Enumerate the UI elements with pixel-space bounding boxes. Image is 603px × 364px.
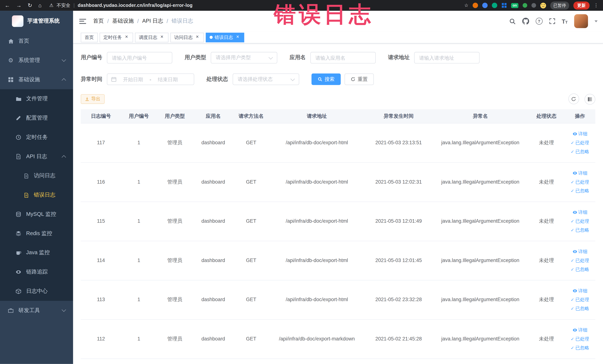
detail-link[interactable]: 详细 xyxy=(572,209,587,216)
sidebar-item-home[interactable]: 首页 xyxy=(0,32,73,51)
search-icon[interactable] xyxy=(509,18,515,24)
sidebar-item-tracing[interactable]: 链路追踪 xyxy=(0,262,73,282)
start-date-input[interactable] xyxy=(119,76,147,82)
cell-exception-time: 2021-05-02 21:45:28 xyxy=(365,335,432,342)
close-icon[interactable]: × xyxy=(124,35,129,40)
sidebar-item-java-monitor[interactable]: Java 监控 xyxy=(0,243,73,262)
cell-exception-name: java.lang.IllegalArgumentException xyxy=(432,178,529,186)
mark-ignored-link[interactable]: ✓ 已忽略 xyxy=(570,266,589,273)
cell-exception-name: java.lang.IllegalArgumentException xyxy=(432,296,529,303)
mark-ignored-link[interactable]: ✓ 已忽略 xyxy=(570,344,589,351)
refresh-button[interactable] xyxy=(568,94,579,104)
cell-actions: 详细 ✓ 已处理 ✓ 已忽略 xyxy=(565,209,595,234)
detail-link[interactable]: 详细 xyxy=(572,170,587,176)
cell-user-type: 管理员 xyxy=(156,335,193,342)
detail-link[interactable]: 详细 xyxy=(572,287,587,294)
cell-exception-time: 2021-05-03 12:01:49 xyxy=(365,218,432,225)
github-icon[interactable] xyxy=(522,18,529,24)
cell-user-id: 1 xyxy=(121,335,156,342)
request-url-input[interactable] xyxy=(414,52,480,63)
extension-on-badge[interactable]: on xyxy=(511,3,518,8)
breadcrumb-home[interactable]: 首页 xyxy=(93,18,104,24)
tab-access-logs[interactable]: 访问日志 × xyxy=(170,33,204,42)
tab-home[interactable]: 首页 xyxy=(81,33,98,42)
close-icon[interactable]: × xyxy=(159,35,165,40)
end-date-input[interactable] xyxy=(153,76,182,82)
smiley-extension-icon[interactable] xyxy=(540,2,546,8)
tab-error-logs[interactable]: 错误日志 × xyxy=(206,33,244,42)
sidebar-item-error-logs[interactable]: 错误日志 xyxy=(0,186,73,205)
mark-ignored-link[interactable]: ✓ 已忽略 xyxy=(570,227,589,234)
mark-ignored-link[interactable]: ✓ 已忽略 xyxy=(570,187,589,194)
back-icon[interactable]: ← xyxy=(5,3,10,8)
close-icon[interactable]: × xyxy=(235,35,240,40)
menu-fold-icon[interactable] xyxy=(79,19,86,24)
extension-icon-grid[interactable] xyxy=(501,3,507,8)
sidebar-item-config-management[interactable]: 配置管理 xyxy=(0,108,73,128)
extension-icon-orange[interactable] xyxy=(473,3,478,8)
chevron-down-icon xyxy=(62,307,66,312)
paused-badge[interactable]: 已暂停 xyxy=(550,1,569,10)
cell-exception-time: 2021-05-02 23:32:28 xyxy=(365,296,432,303)
detail-link[interactable]: 详细 xyxy=(572,130,587,137)
tab-scheduled-tasks[interactable]: 定时任务 × xyxy=(100,33,133,42)
sidebar-item-mysql-monitor[interactable]: MySQL 监控 xyxy=(0,205,73,224)
cell-user-type: 管理员 xyxy=(156,139,193,146)
update-button[interactable]: 更新 xyxy=(573,1,590,10)
tab-schedule-logs[interactable]: 调度日志 × xyxy=(135,33,168,42)
chevron-down-icon xyxy=(62,58,66,62)
cell-app-name: dashboard xyxy=(193,335,233,342)
mark-ignored-link[interactable]: ✓ 已忽略 xyxy=(570,305,589,312)
cell-log-id: 115 xyxy=(81,218,121,225)
mark-processed-link[interactable]: ✓ 已处理 xyxy=(570,296,589,303)
fullscreen-icon[interactable] xyxy=(549,18,555,24)
extension-icon-green[interactable] xyxy=(522,3,527,8)
extension-icon-blue[interactable] xyxy=(482,3,488,8)
mark-ignored-link[interactable]: ✓ 已忽略 xyxy=(570,148,589,155)
export-button[interactable]: 导出 xyxy=(81,94,105,104)
close-icon[interactable]: × xyxy=(195,35,200,40)
mark-processed-link[interactable]: ✓ 已处理 xyxy=(570,139,589,146)
exception-time-range-picker[interactable]: - xyxy=(107,73,194,85)
chevron-down-icon[interactable] xyxy=(594,20,598,22)
mark-processed-link[interactable]: ✓ 已处理 xyxy=(570,178,589,186)
extension-icon-gray[interactable] xyxy=(532,3,536,8)
sidebar-item-redis-monitor[interactable]: Redis 监控 xyxy=(0,224,73,243)
table-row: 116 1 管理员 dashboard GET /api/infra/db-do… xyxy=(81,163,595,202)
mark-processed-link[interactable]: ✓ 已处理 xyxy=(570,218,589,224)
font-size-icon[interactable]: TT xyxy=(562,18,568,24)
forward-icon[interactable]: → xyxy=(16,3,22,8)
reload-icon[interactable]: ↻ xyxy=(28,3,32,8)
sidebar-item-scheduled-tasks[interactable]: 定时任务 xyxy=(0,128,73,147)
sidebar-item-file-management[interactable]: 文件管理 xyxy=(0,89,73,108)
mark-processed-link[interactable]: ✓ 已处理 xyxy=(570,257,589,264)
breadcrumb-infrastructure[interactable]: 基础设施 xyxy=(112,18,134,24)
app-name-input[interactable] xyxy=(310,52,376,63)
bookmark-star-icon[interactable]: ☆ xyxy=(464,3,468,8)
reset-button[interactable]: 重置 xyxy=(345,73,374,85)
sidebar-item-access-logs[interactable]: 访问日志 xyxy=(0,166,73,186)
app-logo[interactable]: 芋道管理系统 xyxy=(0,11,73,32)
sidebar-item-api-logs[interactable]: API 日志 xyxy=(0,147,73,166)
user-id-input[interactable] xyxy=(107,52,172,63)
cell-app-name: dashboard xyxy=(193,257,233,264)
browser-menu-icon[interactable]: ⋮ xyxy=(594,3,598,8)
sidebar-item-infrastructure[interactable]: 基础设施 xyxy=(0,70,73,89)
breadcrumb-api-logs[interactable]: API 日志 xyxy=(142,18,163,24)
help-icon[interactable]: ? xyxy=(535,18,542,24)
mark-processed-link[interactable]: ✓ 已处理 xyxy=(570,335,589,342)
process-status-select[interactable]: 请选择处理状态 xyxy=(233,73,299,85)
detail-link[interactable]: 详细 xyxy=(572,327,587,333)
check-icon: ✓ xyxy=(570,306,574,311)
address-bar[interactable]: ⚠ 不安全 | dashboard.yudao.iocoder.cn/infra… xyxy=(49,2,464,9)
detail-link[interactable]: 详细 xyxy=(572,248,587,255)
column-settings-button[interactable] xyxy=(584,94,595,104)
extension-icon-teal[interactable] xyxy=(492,3,497,8)
sidebar-item-log-center[interactable]: 日志中心 xyxy=(0,282,73,301)
avatar[interactable] xyxy=(574,14,588,28)
user-type-select[interactable]: 请选择用户类型 xyxy=(211,52,277,63)
home-icon[interactable]: ⌂ xyxy=(38,3,42,8)
sidebar-item-dev-tools[interactable]: 研发工具 xyxy=(0,301,73,320)
sidebar-item-system-management[interactable]: ⚙ 系统管理 xyxy=(0,51,73,70)
search-button[interactable]: 搜索 xyxy=(312,73,341,85)
